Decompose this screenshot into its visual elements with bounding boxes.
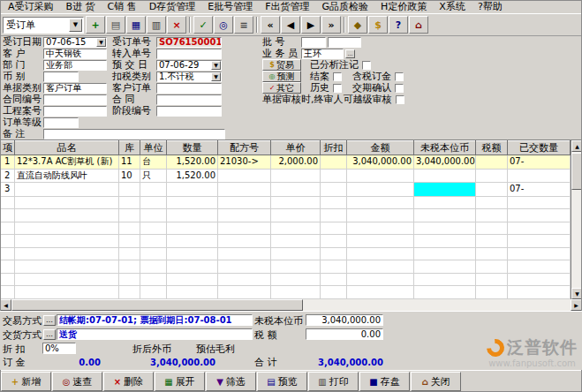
- contract-no-field[interactable]: [43, 94, 107, 105]
- batch-field-2[interactable]: [328, 37, 361, 48]
- next-record-icon[interactable]: ▶: [301, 16, 321, 34]
- cell[interactable]: 3,040,000.00: [347, 155, 414, 170]
- column-header[interactable]: 单位: [140, 141, 167, 155]
- cell[interactable]: [271, 183, 321, 197]
- order-grade-field[interactable]: [43, 117, 79, 128]
- cell[interactable]: 1: [1, 155, 15, 170]
- cell[interactable]: 直流自动防线风叶: [15, 169, 119, 183]
- menu-item[interactable]: F出货管理: [259, 0, 315, 13]
- salesman-field[interactable]: 王环: [301, 49, 344, 59]
- cell[interactable]: 10: [119, 169, 140, 183]
- column-header[interactable]: 项: [1, 141, 15, 155]
- customer-order-field[interactable]: [156, 83, 222, 94]
- quick-search-button[interactable]: ◎速查: [52, 372, 102, 391]
- transfer-no-field[interactable]: [156, 49, 222, 59]
- analyzed-checkbox[interactable]: [362, 61, 371, 70]
- cell[interactable]: 3,040,000.00: [414, 155, 476, 170]
- cell[interactable]: 3: [1, 183, 15, 197]
- cell[interactable]: [414, 183, 476, 197]
- calc-icon[interactable]: ≡: [234, 16, 253, 34]
- add-button[interactable]: +新增: [1, 372, 51, 391]
- preview-button[interactable]: ▤预览: [257, 372, 307, 391]
- cell[interactable]: [218, 183, 271, 197]
- hscrollbar-thumb[interactable]: [11, 299, 303, 311]
- browse-icon[interactable]: …: [345, 49, 355, 58]
- contract-field[interactable]: [156, 94, 222, 105]
- vscrollbar-track[interactable]: [571, 190, 582, 288]
- expand-button[interactable]: ▦展开: [155, 372, 205, 391]
- department-field[interactable]: 业务部: [43, 60, 107, 71]
- column-header[interactable]: 折扣: [321, 141, 347, 155]
- cell[interactable]: [15, 183, 119, 197]
- column-header[interactable]: 单价: [271, 141, 321, 155]
- chevron-down-icon[interactable]: ▼: [211, 72, 221, 81]
- menu-item[interactable]: G品质检验: [316, 0, 375, 13]
- cell[interactable]: [414, 169, 476, 183]
- chevron-down-icon[interactable]: ▼: [96, 38, 106, 47]
- print-icon[interactable]: ▥: [147, 16, 166, 34]
- delete-button[interactable]: ×删除: [103, 372, 154, 391]
- menu-item[interactable]: B进 货: [60, 0, 102, 13]
- tax-type-combo[interactable]: 1.不计税 ▼: [156, 72, 222, 82]
- discount-field[interactable]: 0%: [42, 343, 76, 354]
- delete-icon[interactable]: ×: [167, 16, 186, 34]
- scroll-up-icon[interactable]: ▲: [571, 140, 582, 152]
- scroll-left-icon[interactable]: ◀: [0, 299, 11, 311]
- stage-no-field[interactable]: [156, 106, 222, 117]
- cell[interactable]: [476, 155, 508, 170]
- cell[interactable]: [347, 169, 414, 183]
- chevron-down-icon[interactable]: ▼: [211, 61, 221, 70]
- help-icon[interactable]: ?: [389, 16, 408, 34]
- cell[interactable]: 12*3.7A AC割草机 (新): [15, 155, 119, 170]
- scroll-right-icon[interactable]: ▶: [571, 299, 582, 311]
- cell[interactable]: 台: [140, 155, 167, 170]
- menu-item[interactable]: D存货管理: [143, 0, 201, 13]
- delivery-method-browse-button[interactable]: …: [43, 329, 56, 340]
- cell[interactable]: [271, 169, 321, 183]
- column-header[interactable]: 配方号: [218, 141, 271, 155]
- menu-item[interactable]: ?帮助: [472, 0, 509, 13]
- prev-record-icon[interactable]: ◀: [281, 16, 300, 34]
- cell[interactable]: 21030->: [218, 155, 271, 170]
- horizontal-scrollbar[interactable]: ◀ ▶: [0, 299, 582, 311]
- save-button[interactable]: ■存盘: [359, 372, 410, 391]
- cell[interactable]: 只: [140, 169, 167, 183]
- cell[interactable]: [347, 183, 414, 197]
- cell[interactable]: [167, 183, 218, 197]
- cell[interactable]: 07-: [508, 155, 571, 170]
- menu-item[interactable]: A受订采购: [2, 0, 60, 13]
- cell[interactable]: [119, 183, 140, 197]
- vertical-scrollbar[interactable]: ▲ ▼: [571, 140, 582, 299]
- other-button[interactable]: ✓ 其它: [262, 82, 301, 94]
- scroll-down-icon[interactable]: ▼: [571, 288, 582, 299]
- cell[interactable]: [321, 155, 347, 170]
- project-no-field[interactable]: [43, 106, 107, 117]
- skip-level-audit-checkbox[interactable]: [396, 95, 404, 104]
- money-icon[interactable]: $: [368, 16, 388, 34]
- chevron-down-icon[interactable]: ▼: [69, 19, 82, 32]
- order-date-field[interactable]: 07-06-15 ▼: [43, 37, 107, 48]
- hscrollbar-track[interactable]: [303, 299, 571, 311]
- column-header[interactable]: 税额: [476, 141, 508, 155]
- copy-icon[interactable]: ▤: [106, 16, 125, 34]
- cell[interactable]: [140, 183, 167, 197]
- trade-method-field[interactable]: 结帐期:07-07-01; 票据到期日:07-08-01: [57, 314, 253, 326]
- column-header[interactable]: 品名: [15, 141, 119, 155]
- order-no-field[interactable]: SO76150001: [156, 37, 222, 48]
- customer-field[interactable]: 中天钢铁: [43, 49, 107, 59]
- cell[interactable]: [508, 169, 571, 183]
- cell[interactable]: [476, 183, 508, 197]
- cell[interactable]: [321, 169, 347, 183]
- menu-item[interactable]: C销 售: [102, 0, 143, 13]
- column-header[interactable]: 未税本位币: [414, 141, 476, 155]
- column-header[interactable]: 已交数量: [508, 141, 571, 155]
- cell[interactable]: [476, 169, 508, 183]
- due-date-field[interactable]: 07-06-29 ▼: [156, 60, 222, 71]
- last-record-icon[interactable]: »: [321, 16, 341, 34]
- delivery-method-field[interactable]: 送货: [57, 328, 253, 340]
- menu-item[interactable]: X系统: [433, 0, 472, 13]
- remark-field[interactable]: [43, 129, 225, 139]
- search-icon[interactable]: ◎: [214, 16, 233, 34]
- menu-item[interactable]: H定价政策: [374, 0, 433, 13]
- audit-icon[interactable]: ✓: [193, 16, 213, 34]
